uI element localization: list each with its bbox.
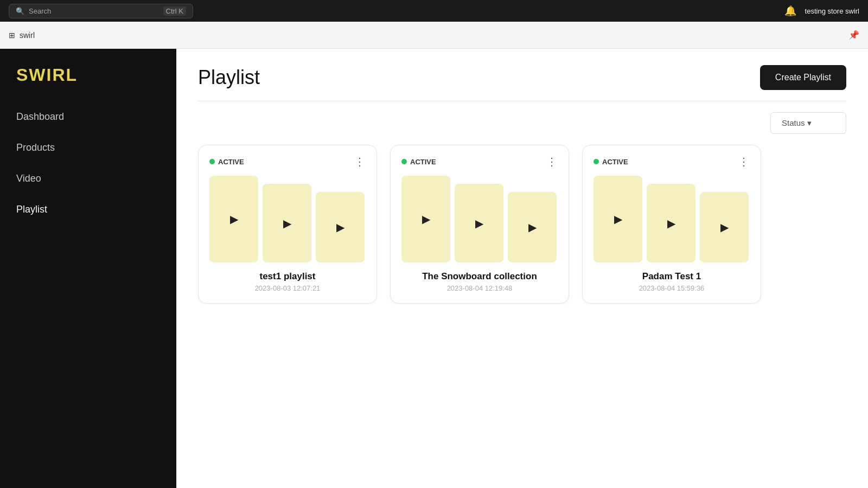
card-date: 2023-08-04 15:59:36 — [593, 284, 750, 292]
pin-icon[interactable]: 📌 — [848, 30, 859, 40]
search-icon: 🔍 — [16, 7, 24, 15]
playlist-card: ACTIVE ⋮ ▶ ▶ ▶ test1 playlist 2023 — [198, 145, 377, 304]
video-thumbnails: ▶ ▶ ▶ — [593, 176, 750, 262]
active-indicator — [593, 159, 599, 164]
play-icon: ▶ — [614, 213, 622, 226]
thumbnail-2: ▶ — [647, 184, 695, 262]
card-date: 2023-08-04 12:19:48 — [401, 284, 558, 292]
video-thumbnails: ▶ ▶ ▶ — [209, 176, 366, 262]
sidebar-item-playlist[interactable]: Playlist — [0, 194, 176, 225]
card-title: Padam Test 1 — [593, 271, 750, 282]
thumbnail-2: ▶ — [455, 184, 503, 262]
top-bar: 🔍 Search Ctrl K 🔔 testing store swirl — [0, 0, 868, 22]
status-text: ACTIVE — [410, 158, 436, 166]
thumbnail-3: ▶ — [508, 192, 557, 262]
thumbnail-1: ▶ — [593, 176, 642, 262]
thumbnail-2: ▶ — [263, 184, 311, 262]
page-title: Playlist — [198, 66, 260, 89]
status-text: ACTIVE — [218, 158, 244, 166]
sub-header: ⊞ swirl 📌 — [0, 22, 868, 49]
play-icon: ▶ — [667, 217, 675, 230]
more-options-icon[interactable]: ⋮ — [546, 156, 558, 167]
status-dropdown[interactable]: Status ▾ — [770, 112, 846, 134]
bell-icon[interactable]: 🔔 — [784, 5, 796, 17]
thumbnail-1: ▶ — [401, 176, 450, 262]
filter-bar: Status ▾ — [176, 101, 868, 145]
play-icon: ▶ — [336, 221, 344, 234]
card-title: test1 playlist — [209, 271, 366, 282]
sidebar-item-products[interactable]: Products — [0, 132, 176, 163]
thumbnail-3: ▶ — [316, 192, 365, 262]
card-header: ACTIVE ⋮ — [401, 156, 558, 167]
card-title: The Snowboard collection — [401, 271, 558, 282]
playlist-card: ACTIVE ⋮ ▶ ▶ ▶ Padam Test 1 2023-0 — [582, 145, 761, 304]
store-name: testing store swirl — [805, 7, 859, 15]
active-indicator — [401, 159, 407, 164]
playlist-card: ACTIVE ⋮ ▶ ▶ ▶ The Snowboard collection — [390, 145, 569, 304]
app-logo-small: ⊞ swirl — [9, 31, 35, 40]
status-text: ACTIVE — [602, 158, 628, 166]
card-header: ACTIVE ⋮ — [593, 156, 750, 167]
content-header: Playlist Create Playlist — [176, 49, 868, 101]
search-placeholder: Search — [29, 7, 51, 15]
status-badge: ACTIVE — [593, 158, 628, 166]
more-options-icon[interactable]: ⋮ — [738, 156, 750, 167]
app-name: swirl — [20, 31, 35, 40]
sidebar-item-video[interactable]: Video — [0, 163, 176, 194]
video-thumbnails: ▶ ▶ ▶ — [401, 176, 558, 262]
status-label: Status ▾ — [782, 118, 812, 128]
sidebar-logo: SWIRL — [0, 60, 176, 101]
play-icon: ▶ — [720, 221, 729, 234]
card-header: ACTIVE ⋮ — [209, 156, 366, 167]
status-badge: ACTIVE — [401, 158, 436, 166]
main-layout: SWIRL Dashboard Products Video Playlist … — [0, 49, 868, 488]
create-playlist-button[interactable]: Create Playlist — [760, 65, 846, 90]
thumbnail-1: ▶ — [209, 176, 258, 262]
top-right: 🔔 testing store swirl — [784, 5, 859, 17]
search-shortcut: Ctrl K — [163, 7, 187, 16]
app-grid-icon: ⊞ — [9, 31, 15, 40]
playlist-grid: ACTIVE ⋮ ▶ ▶ ▶ test1 playlist 2023 — [176, 145, 868, 325]
more-options-icon[interactable]: ⋮ — [354, 156, 366, 167]
thumbnail-3: ▶ — [700, 192, 749, 262]
card-date: 2023-08-03 12:07:21 — [209, 284, 366, 292]
status-badge: ACTIVE — [209, 158, 244, 166]
play-icon: ▶ — [283, 217, 291, 230]
sidebar-nav: Dashboard Products Video Playlist — [0, 101, 176, 225]
play-icon: ▶ — [528, 221, 537, 234]
play-icon: ▶ — [475, 217, 483, 230]
play-icon: ▶ — [422, 213, 430, 226]
sidebar-item-dashboard[interactable]: Dashboard — [0, 101, 176, 132]
content-area: Playlist Create Playlist Status ▾ ACTIVE… — [176, 49, 868, 488]
sidebar: SWIRL Dashboard Products Video Playlist — [0, 49, 176, 488]
search-box[interactable]: 🔍 Search Ctrl K — [9, 4, 193, 18]
play-icon: ▶ — [230, 213, 238, 226]
active-indicator — [209, 159, 215, 164]
